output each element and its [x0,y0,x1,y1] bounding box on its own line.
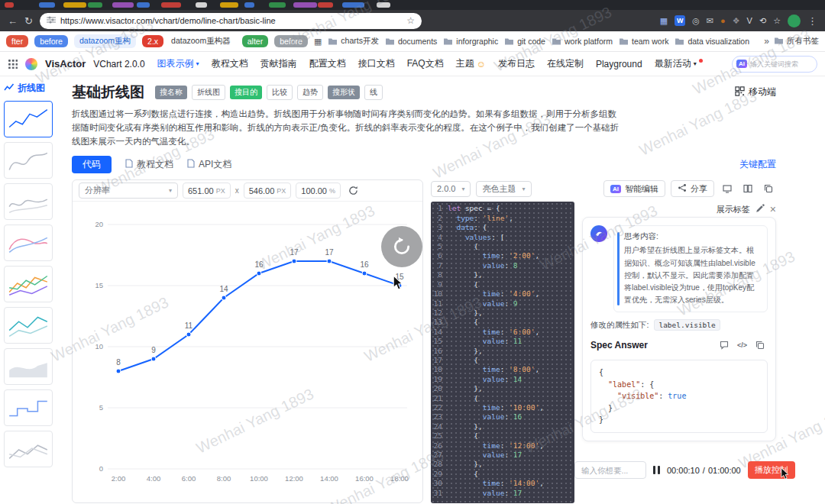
pause-icon[interactable] [653,466,660,474]
nav-item[interactable]: Playground [596,59,642,69]
tab-blob [39,2,55,8]
bookmark-chip[interactable]: before [274,35,308,47]
gallery-thumbnail[interactable] [4,431,53,467]
nav-item[interactable]: 贡献指南 [260,57,297,70]
nav-item[interactable]: 接口文档 [358,57,395,70]
close-icon[interactable]: × [770,204,776,215]
gallery-thumbnail[interactable] [4,225,53,261]
width-input[interactable]: 651.00PX [183,183,231,199]
back-icon[interactable]: ← [8,16,18,26]
search-input[interactable] [750,60,813,68]
gallery-thumbnail[interactable] [4,348,53,385]
extension-icon[interactable]: V [747,17,752,25]
copy-answer-icon[interactable] [752,338,768,353]
bookmark-chip[interactable]: datazoom重构 [74,34,136,48]
tag-chip[interactable]: 搜形状 [328,86,360,99]
visactor-logo[interactable] [25,58,37,70]
site-info-icon[interactable] [47,15,56,26]
mobile-link[interactable]: 移动端 [735,86,776,99]
prompt-input[interactable] [574,461,646,479]
tab-tutorial[interactable]: 教程文档 [125,158,173,171]
refresh-chart-icon[interactable] [345,183,361,199]
copy-icon[interactable] [761,181,776,196]
tag-chip[interactable]: 折线图 [192,85,225,100]
share-button[interactable]: 分享 [671,180,714,197]
bookmark-chip[interactable]: fter [6,35,28,47]
nav-item[interactable]: 教程文档 [212,57,248,70]
extension-icon[interactable]: ▦ [660,17,668,25]
nav-item[interactable]: 图表示例▾ [157,57,199,70]
extension-icon[interactable]: W [675,15,685,26]
reload-icon[interactable]: ↻ [24,16,33,26]
bookmark-chip[interactable]: before [34,35,68,47]
pen-icon[interactable] [755,204,765,215]
code-line: 15 value: 11 [431,337,574,346]
browser-menu-icon[interactable]: ⋮ [807,15,817,27]
extension-icon[interactable]: ☆ [773,17,781,25]
tab-api[interactable]: API文档 [187,158,231,171]
gallery-thumbnail[interactable] [4,101,53,137]
height-input[interactable]: 546.00PX [244,183,292,199]
tag-chip[interactable]: 线 [364,85,383,100]
nav-item[interactable]: 在线定制 [547,57,584,70]
nav-item[interactable]: 发布日志 [498,57,535,70]
bookmark-folder[interactable]: work platform [552,37,613,46]
extension-icon[interactable]: ● [720,17,726,25]
bookmark-folder[interactable]: charts开发 [328,36,379,47]
code-line: 16 }, [431,347,574,356]
brand-name[interactable]: VisActor [45,58,86,69]
extension-icon[interactable]: ❖ [733,17,740,25]
zoom-input[interactable]: 100.00% [296,183,341,199]
bookmarks-overflow-icon[interactable]: » [764,36,769,47]
gallery-category[interactable]: 折线图 [4,79,67,96]
gallery-thumbnail[interactable] [4,307,53,344]
bookmark-folder[interactable]: team work [619,37,668,46]
bookmark-star-icon[interactable]: ☆ [406,15,415,26]
nav-item[interactable]: FAQ文档 [407,57,444,70]
tag-chip[interactable]: 比较 [267,85,293,100]
theme-select[interactable]: 亮色主题▾ [476,181,531,197]
gallery-thumbnail[interactable] [4,142,53,179]
bookmark-folder[interactable]: inforgraphic [443,37,498,46]
bookmark-folder[interactable]: data visualization [675,37,749,46]
nav-item[interactable]: 配置文档 [309,57,346,70]
product-version[interactable]: VChart 2.0.0 [93,59,144,69]
resolution-select[interactable]: 分辨率▾ [79,183,178,199]
gallery-thumbnail[interactable] [4,266,53,302]
tag-chip[interactable]: 搜名称 [155,86,187,99]
nav-item[interactable]: 最新活动▾ [655,57,703,70]
url-text[interactable]: https://www.visactor.com/vchart/demo/lin… [60,16,402,25]
version-select[interactable]: 2.0.0▾ [431,181,471,197]
svg-text:20: 20 [95,220,103,228]
fullscreen-icon[interactable] [720,181,735,196]
extension-icon[interactable]: ◎ [692,17,700,25]
bookmark-chip[interactable]: alter [242,35,268,47]
url-bar[interactable]: https://www.visactor.com/vchart/demo/lin… [40,13,422,29]
editor-section: 2.0.0▾ 亮色主题▾ AI 智能编辑 分享 [431,179,776,503]
code-view-icon[interactable]: </> [737,341,747,349]
bookmark-folder[interactable]: documents [385,37,437,46]
bookmark-chip[interactable]: 2.x [142,35,163,47]
bookmark-folder[interactable]: git code [504,37,545,46]
chat-icon[interactable] [717,338,732,353]
gallery-thumbnail[interactable] [4,389,53,426]
bookmark-grid-icon[interactable]: ▦ [314,37,322,47]
profile-avatar[interactable] [788,15,801,27]
site-search[interactable]: AI [732,56,817,73]
nav-item[interactable]: 主题☺ [456,57,486,70]
extension-icon[interactable]: ✉ [707,17,713,25]
code-editor[interactable]: 1let spec = {2 type: 'line',3 data: {4 v… [431,202,574,503]
gallery-thumbnail[interactable] [4,183,53,220]
apps-grid-icon[interactable] [8,59,18,69]
ai-edit-button[interactable]: AI 智能编辑 [603,180,665,197]
extension-icon[interactable]: ⟲ [759,17,766,25]
tag-chip[interactable]: 搜目的 [230,86,262,99]
bookmark-chip[interactable]: datazoom重构器 [170,34,236,48]
tag-chip[interactable]: 趋势 [297,85,323,100]
tab-code[interactable]: 代码 [72,156,112,173]
all-bookmarks[interactable]: 所有书签 [774,36,819,47]
modified-prop-chip[interactable]: label.visible [654,319,720,331]
layout-icon[interactable] [740,181,755,196]
key-config-link[interactable]: 关键配置 [739,158,776,171]
editor-toolbar: 2.0.0▾ 亮色主题▾ AI 智能编辑 分享 [431,179,776,198]
